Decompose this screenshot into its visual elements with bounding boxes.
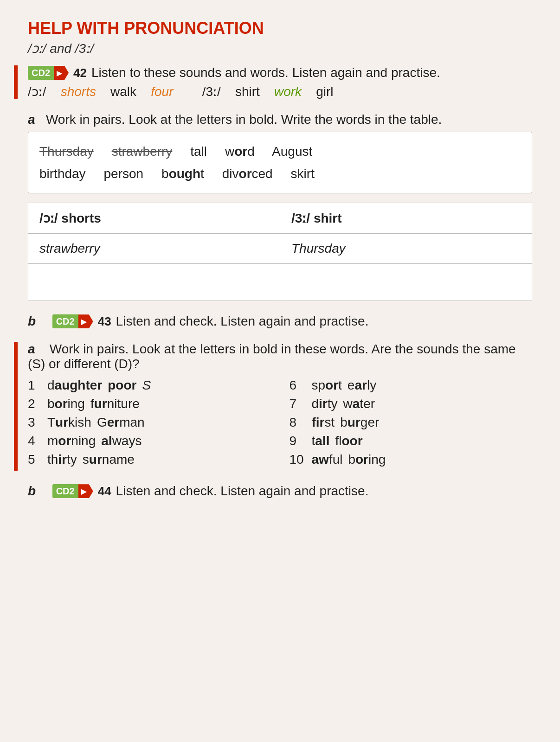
word-box: Thursday strawberry tall word August bir… xyxy=(28,132,532,193)
cd2-badge-42: CD2 ▶ xyxy=(28,66,69,80)
table-cell-col1-row2 xyxy=(28,264,280,301)
pairs-col-left: 1 daughter poor S 2 boring furniture 3 T… xyxy=(28,378,271,471)
pair-6-word2: early xyxy=(348,378,376,393)
pair-row-3: 3 Turkish German xyxy=(28,415,271,430)
pair-8-word2: burger xyxy=(340,415,379,430)
word-strawberry: strawberry xyxy=(112,144,173,159)
section-part-b-44: b CD2 ▶ 44 Listen and check. Listen agai… xyxy=(28,484,532,499)
section-part-b-43: b CD2 ▶ 43 Listen and check. Listen agai… xyxy=(28,314,532,329)
pair-row-5: 5 thirty surname xyxy=(28,452,271,467)
sound-3: /3ː/ xyxy=(202,84,221,99)
phonetics-line: /ɔː/ shorts walk four /3ː/ shirt work gi… xyxy=(28,84,532,99)
pairs-col-right: 6 sport early 7 dirty water 8 first burg… xyxy=(290,378,533,471)
word-birthday: birthday xyxy=(39,166,86,181)
table-row-2 xyxy=(28,264,532,301)
pair-10-word2: boring xyxy=(348,452,386,467)
word-divorced: divorced xyxy=(222,166,273,181)
pair-1-word2: poor xyxy=(108,378,136,393)
word-word: word xyxy=(225,144,255,159)
pair-10-word1: awful xyxy=(312,452,343,467)
instruction-line-42: CD2 ▶ 42 Listen to these sounds and word… xyxy=(28,65,532,80)
pair-1-answer: S xyxy=(142,378,151,393)
instruction-text-44: Listen and check. Listen again and pract… xyxy=(116,484,369,499)
part-a2-label: a xyxy=(28,342,35,356)
sound-o: /ɔː/ xyxy=(28,84,46,99)
pair-row-8: 8 first burger xyxy=(290,415,533,430)
instruction-text-42: Listen to these sounds and words. Listen… xyxy=(91,65,440,80)
cd-arrow-42: ▶ xyxy=(54,66,69,80)
word-shirt: shirt xyxy=(235,84,260,99)
pair-7-num: 7 xyxy=(290,397,306,411)
pair-5-word1: thirty xyxy=(47,452,77,467)
cd-green-label-42: CD2 xyxy=(28,66,54,80)
cd-track-42: 42 xyxy=(73,66,87,80)
pair-8-num: 8 xyxy=(290,415,306,430)
instruction-text-43: Listen and check. Listen again and pract… xyxy=(116,314,369,329)
cd2-badge-44: CD2 ▶ xyxy=(52,484,93,498)
word-tall: tall xyxy=(190,144,207,159)
word-girl: girl xyxy=(316,84,333,99)
word-shorts: shorts xyxy=(61,84,96,99)
table-cell-col2-row2 xyxy=(280,264,532,301)
pair-3-word1: Turkish xyxy=(47,415,91,430)
pair-7-word1: dirty xyxy=(312,397,338,411)
word-skirt: skirt xyxy=(291,166,315,181)
pair-5-word2: surname xyxy=(83,452,135,467)
instruction-line-43: b CD2 ▶ 43 Listen and check. Listen agai… xyxy=(28,314,532,329)
page-title: HELP WITH PRONUNCIATION xyxy=(28,19,532,38)
pair-9-word2: floor xyxy=(335,434,362,448)
table-row-1: strawberry Thursday xyxy=(28,234,532,264)
pair-row-6: 6 sport early xyxy=(290,378,533,393)
word-walk: walk xyxy=(110,84,136,99)
pair-4-word2: always xyxy=(101,434,142,448)
pair-row-4: 4 morning always xyxy=(28,434,271,448)
cd-green-label-44: CD2 xyxy=(52,484,78,498)
part-a-label: a Work in pairs. Look at the letters in … xyxy=(28,112,532,127)
pair-1-num: 1 xyxy=(28,378,42,393)
red-bar-1 xyxy=(14,65,18,99)
cd-arrow-43: ▶ xyxy=(78,314,93,328)
subtitle: /ɔː/ and /3ː/ xyxy=(28,41,532,56)
pronunciation-table: /ɔː/ shorts /3ː/ shirt strawberry Thursd… xyxy=(28,203,532,301)
pair-10-num: 10 xyxy=(290,452,306,467)
cd-track-43: 43 xyxy=(98,314,111,329)
pair-row-2: 2 boring furniture xyxy=(28,397,271,411)
word-box-row2: birthday person bought divorced skirt xyxy=(39,163,521,185)
pair-3-num: 3 xyxy=(28,415,42,430)
cd-arrow-44: ▶ xyxy=(78,484,93,498)
table-cell-col1-row1: strawberry xyxy=(28,234,280,264)
part-b-43-label: b xyxy=(28,314,36,329)
pair-9-num: 9 xyxy=(290,434,306,448)
pairs-grid: 1 daughter poor S 2 boring furniture 3 T… xyxy=(28,378,532,471)
pair-4-word1: morning xyxy=(47,434,96,448)
pair-6-word1: sport xyxy=(312,378,342,393)
pair-row-1: 1 daughter poor S xyxy=(28,378,271,393)
part-b-44-label: b xyxy=(28,484,36,499)
word-work: work xyxy=(274,84,302,99)
pair-5-num: 5 xyxy=(28,452,42,467)
word-box-row1: Thursday strawberry tall word August xyxy=(39,141,521,163)
cd-track-44: 44 xyxy=(98,484,111,499)
pair-2-word2: furniture xyxy=(90,397,140,411)
pair-8-word1: first xyxy=(312,415,335,430)
red-bar-2 xyxy=(14,342,18,471)
pair-3-word2: German xyxy=(97,415,145,430)
part-a-instruction: Work in pairs. Look at the letters in bo… xyxy=(46,112,442,127)
part-a2-header: a Work in pairs. Look at the letters in … xyxy=(28,342,532,371)
pair-2-word1: boring xyxy=(47,397,85,411)
word-person: person xyxy=(104,166,144,181)
section-cd2-42: CD2 ▶ 42 Listen to these sounds and word… xyxy=(28,65,532,99)
instruction-line-44: b CD2 ▶ 44 Listen and check. Listen agai… xyxy=(28,484,532,499)
table-header-row: /ɔː/ shorts /3ː/ shirt xyxy=(28,203,532,234)
part-a2-instruction: Work in pairs. Look at the letters in bo… xyxy=(28,342,516,371)
table-cell-col2-row1: Thursday xyxy=(280,234,532,264)
word-thursday: Thursday xyxy=(39,144,94,159)
word-four: four xyxy=(151,84,173,99)
section-part-a: a Work in pairs. Look at the letters in … xyxy=(28,112,532,301)
table-header-col1: /ɔː/ shorts xyxy=(28,203,280,234)
pair-2-num: 2 xyxy=(28,397,42,411)
pair-9-word1: tall xyxy=(312,434,330,448)
pair-4-num: 4 xyxy=(28,434,42,448)
pair-row-10: 10 awful boring xyxy=(290,452,533,467)
pair-1-word1: daughter xyxy=(47,378,102,393)
